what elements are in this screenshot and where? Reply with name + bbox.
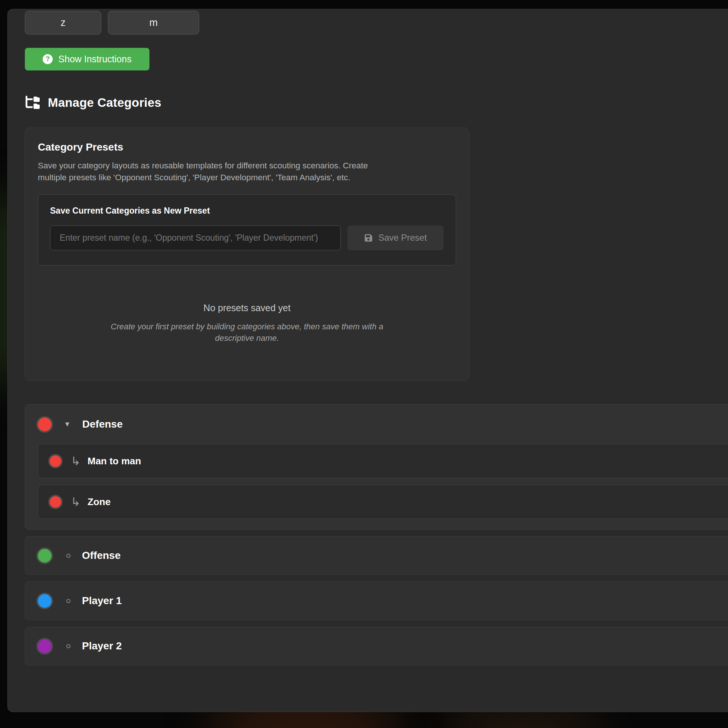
subcategory-label: Man to man — [87, 456, 141, 467]
subcategory-color-dot[interactable] — [48, 454, 63, 468]
folder-tree-icon — [25, 96, 40, 110]
question-circle-icon: ? — [43, 54, 53, 64]
empty-state-title: No presets saved yet — [38, 303, 456, 314]
preset-name-input[interactable] — [50, 225, 341, 250]
category-row[interactable]: Player 2 — [25, 627, 728, 665]
shortcut-key-z[interactable]: z — [25, 11, 101, 35]
category-label: Defense — [82, 418, 123, 430]
category-label: Player 2 — [82, 640, 122, 652]
leaf-circle-icon — [66, 554, 70, 558]
category-color-dot[interactable] — [36, 593, 53, 609]
subcategory-row[interactable]: ↳Zone — [38, 485, 728, 519]
category-children: ↳Man to man↳Zone — [25, 444, 728, 519]
empty-state-subtitle: Create your first preset by building cat… — [99, 321, 395, 344]
page-heading: Manage Categories — [25, 96, 728, 110]
category-color-dot[interactable] — [36, 548, 53, 564]
category-color-dot[interactable] — [36, 416, 53, 433]
subcategory-color-dot[interactable] — [48, 495, 63, 509]
subcategory-row[interactable]: ↳Man to man — [38, 444, 728, 478]
leaf-circle-icon — [66, 644, 70, 648]
show-instructions-button[interactable]: ? Show Instructions — [25, 48, 150, 70]
save-preset-button[interactable]: Save Preset — [347, 225, 444, 250]
presets-card-title: Category Presets — [38, 141, 456, 153]
manage-categories-panel: z m ? Show Instructions Manage Categorie… — [8, 9, 728, 712]
category-group-defense: ▼Defense↳Man to man↳Zone — [25, 404, 728, 529]
category-label: Player 1 — [82, 595, 122, 607]
category-presets-card: Category Presets Save your category layo… — [25, 128, 469, 381]
subcategory-label: Zone — [87, 496, 110, 508]
show-instructions-label: Show Instructions — [58, 54, 131, 64]
shortcut-keys-row: z m — [25, 11, 728, 35]
category-row[interactable]: ▼Defense — [25, 405, 728, 444]
category-color-dot[interactable] — [36, 638, 53, 655]
category-row[interactable]: Offense — [25, 536, 728, 575]
save-preset-section: Save Current Categories as New Preset Sa… — [38, 194, 456, 266]
shortcut-key-m[interactable]: m — [108, 11, 199, 35]
collapse-caret-icon[interactable]: ▼ — [64, 420, 71, 428]
floppy-disk-icon — [364, 234, 373, 242]
category-row[interactable]: Player 1 — [25, 581, 728, 620]
child-branch-icon: ↳ — [71, 496, 81, 508]
save-preset-label: Save Preset — [378, 232, 427, 243]
category-label: Offense — [82, 550, 121, 561]
page-title: Manage Categories — [48, 96, 161, 110]
category-list: ▼Defense↳Man to man↳ZoneOffensePlayer 1P… — [25, 404, 728, 665]
presets-card-description: Save your category layouts as reusable t… — [38, 160, 369, 184]
leaf-circle-icon — [66, 599, 70, 603]
child-branch-icon: ↳ — [71, 456, 81, 467]
save-preset-section-title: Save Current Categories as New Preset — [50, 206, 444, 216]
presets-empty-state: No presets saved yet Create your first p… — [38, 303, 456, 344]
